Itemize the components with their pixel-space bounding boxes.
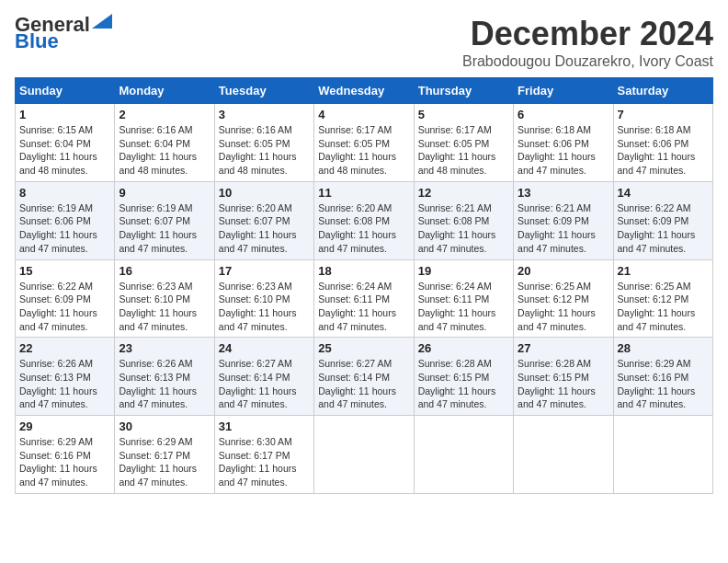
calendar-cell: 26Sunrise: 6:28 AMSunset: 6:15 PMDayligh… — [414, 338, 513, 416]
page-header: General Blue December 2024 Brabodougou D… — [15, 15, 713, 70]
day-number: 7 — [618, 108, 709, 121]
day-info: Sunrise: 6:25 AMSunset: 6:12 PMDaylight:… — [518, 280, 609, 334]
calendar-cell: 15Sunrise: 6:22 AMSunset: 6:09 PMDayligh… — [16, 259, 115, 338]
calendar-cell: 17Sunrise: 6:23 AMSunset: 6:10 PMDayligh… — [214, 259, 313, 338]
day-info: Sunrise: 6:28 AMSunset: 6:15 PMDaylight:… — [518, 357, 609, 411]
day-info: Sunrise: 6:29 AMSunset: 6:16 PMDaylight:… — [618, 357, 709, 411]
calendar-cell — [414, 416, 513, 494]
day-info: Sunrise: 6:27 AMSunset: 6:14 PMDaylight:… — [219, 357, 310, 411]
weekday-header-row: SundayMondayTuesdayWednesdayThursdayFrid… — [16, 78, 713, 104]
day-number: 6 — [518, 108, 609, 121]
day-number: 27 — [518, 341, 609, 355]
day-number: 19 — [418, 264, 509, 278]
day-number: 24 — [219, 341, 310, 355]
day-number: 28 — [618, 341, 709, 355]
day-number: 30 — [119, 419, 210, 433]
calendar-cell: 4Sunrise: 6:17 AMSunset: 6:05 PMDaylight… — [314, 104, 414, 182]
day-number: 12 — [418, 186, 509, 200]
title-area: December 2024 Brabodougou Douzarekro, Iv… — [462, 15, 713, 70]
weekday-header-tuesday: Tuesday — [214, 78, 313, 104]
calendar-cell: 24Sunrise: 6:27 AMSunset: 6:14 PMDayligh… — [214, 338, 313, 416]
weekday-header-thursday: Thursday — [414, 78, 513, 104]
month-title: December 2024 — [462, 15, 713, 53]
calendar-cell: 13Sunrise: 6:21 AMSunset: 6:09 PMDayligh… — [514, 181, 613, 259]
calendar-week-4: 22Sunrise: 6:26 AMSunset: 6:13 PMDayligh… — [16, 338, 713, 416]
svg-marker-0 — [92, 14, 112, 29]
day-info: Sunrise: 6:20 AMSunset: 6:08 PMDaylight:… — [318, 201, 409, 256]
calendar-cell: 30Sunrise: 6:29 AMSunset: 6:17 PMDayligh… — [115, 416, 214, 494]
day-info: Sunrise: 6:24 AMSunset: 6:11 PMDaylight:… — [318, 280, 409, 334]
calendar-cell: 28Sunrise: 6:29 AMSunset: 6:16 PMDayligh… — [613, 338, 712, 416]
day-info: Sunrise: 6:22 AMSunset: 6:09 PMDaylight:… — [19, 280, 110, 334]
logo: General Blue — [15, 15, 112, 52]
calendar-cell: 12Sunrise: 6:21 AMSunset: 6:08 PMDayligh… — [414, 181, 513, 259]
calendar-week-1: 1Sunrise: 6:15 AMSunset: 6:04 PMDaylight… — [16, 104, 713, 182]
day-info: Sunrise: 6:23 AMSunset: 6:10 PMDaylight:… — [119, 280, 210, 334]
day-number: 2 — [119, 108, 210, 121]
day-info: Sunrise: 6:29 AMSunset: 6:17 PMDaylight:… — [119, 435, 210, 489]
day-info: Sunrise: 6:30 AMSunset: 6:17 PMDaylight:… — [219, 435, 310, 489]
weekday-header-friday: Friday — [514, 78, 613, 104]
weekday-header-sunday: Sunday — [16, 78, 115, 104]
day-info: Sunrise: 6:17 AMSunset: 6:05 PMDaylight:… — [318, 123, 409, 178]
day-info: Sunrise: 6:16 AMSunset: 6:04 PMDaylight:… — [119, 123, 210, 178]
calendar-cell: 29Sunrise: 6:29 AMSunset: 6:16 PMDayligh… — [16, 416, 115, 494]
day-info: Sunrise: 6:26 AMSunset: 6:13 PMDaylight:… — [119, 357, 210, 411]
calendar-cell: 6Sunrise: 6:18 AMSunset: 6:06 PMDaylight… — [514, 104, 613, 182]
calendar-cell: 5Sunrise: 6:17 AMSunset: 6:05 PMDaylight… — [414, 104, 513, 182]
logo-blue: Blue — [15, 31, 59, 52]
day-number: 5 — [418, 108, 509, 121]
calendar-cell: 19Sunrise: 6:24 AMSunset: 6:11 PMDayligh… — [414, 259, 513, 338]
calendar-week-3: 15Sunrise: 6:22 AMSunset: 6:09 PMDayligh… — [16, 259, 713, 338]
calendar-cell: 10Sunrise: 6:20 AMSunset: 6:07 PMDayligh… — [214, 181, 313, 259]
calendar-cell: 3Sunrise: 6:16 AMSunset: 6:05 PMDaylight… — [214, 104, 313, 182]
day-info: Sunrise: 6:15 AMSunset: 6:04 PMDaylight:… — [19, 123, 110, 178]
day-number: 11 — [318, 186, 409, 200]
weekday-header-wednesday: Wednesday — [314, 78, 414, 104]
calendar-cell: 11Sunrise: 6:20 AMSunset: 6:08 PMDayligh… — [314, 181, 414, 259]
day-number: 17 — [219, 264, 310, 278]
day-info: Sunrise: 6:17 AMSunset: 6:05 PMDaylight:… — [418, 123, 509, 178]
weekday-header-monday: Monday — [115, 78, 214, 104]
calendar-cell: 27Sunrise: 6:28 AMSunset: 6:15 PMDayligh… — [514, 338, 613, 416]
day-info: Sunrise: 6:18 AMSunset: 6:06 PMDaylight:… — [518, 123, 609, 178]
location-title: Brabodougou Douzarekro, Ivory Coast — [462, 53, 713, 70]
day-info: Sunrise: 6:24 AMSunset: 6:11 PMDaylight:… — [418, 280, 509, 334]
day-number: 10 — [219, 186, 310, 200]
calendar-cell: 23Sunrise: 6:26 AMSunset: 6:13 PMDayligh… — [115, 338, 214, 416]
calendar-cell: 8Sunrise: 6:19 AMSunset: 6:06 PMDaylight… — [16, 181, 115, 259]
day-number: 29 — [19, 419, 110, 433]
day-number: 16 — [119, 264, 210, 278]
calendar-cell: 16Sunrise: 6:23 AMSunset: 6:10 PMDayligh… — [115, 259, 214, 338]
calendar-table: SundayMondayTuesdayWednesdayThursdayFrid… — [15, 77, 713, 494]
day-number: 21 — [618, 264, 709, 278]
calendar-cell: 18Sunrise: 6:24 AMSunset: 6:11 PMDayligh… — [314, 259, 414, 338]
day-info: Sunrise: 6:21 AMSunset: 6:08 PMDaylight:… — [418, 201, 509, 256]
calendar-cell — [514, 416, 613, 494]
day-info: Sunrise: 6:29 AMSunset: 6:16 PMDaylight:… — [19, 435, 110, 489]
calendar-cell: 22Sunrise: 6:26 AMSunset: 6:13 PMDayligh… — [16, 338, 115, 416]
day-number: 20 — [518, 264, 609, 278]
day-info: Sunrise: 6:18 AMSunset: 6:06 PMDaylight:… — [618, 123, 709, 178]
calendar-cell — [613, 416, 712, 494]
day-number: 8 — [19, 186, 110, 200]
day-number: 26 — [418, 341, 509, 355]
day-number: 25 — [318, 341, 409, 355]
day-info: Sunrise: 6:27 AMSunset: 6:14 PMDaylight:… — [318, 357, 409, 411]
day-info: Sunrise: 6:25 AMSunset: 6:12 PMDaylight:… — [618, 280, 709, 334]
calendar-cell: 31Sunrise: 6:30 AMSunset: 6:17 PMDayligh… — [214, 416, 313, 494]
day-info: Sunrise: 6:23 AMSunset: 6:10 PMDaylight:… — [219, 280, 310, 334]
day-info: Sunrise: 6:22 AMSunset: 6:09 PMDaylight:… — [618, 201, 709, 256]
day-number: 1 — [19, 108, 110, 121]
calendar-cell — [314, 416, 414, 494]
day-number: 31 — [219, 419, 310, 433]
day-number: 14 — [618, 186, 709, 200]
calendar-cell: 7Sunrise: 6:18 AMSunset: 6:06 PMDaylight… — [613, 104, 712, 182]
day-number: 13 — [518, 186, 609, 200]
calendar-cell: 21Sunrise: 6:25 AMSunset: 6:12 PMDayligh… — [613, 259, 712, 338]
day-number: 9 — [119, 186, 210, 200]
day-number: 23 — [119, 341, 210, 355]
day-number: 3 — [219, 108, 310, 121]
calendar-cell: 20Sunrise: 6:25 AMSunset: 6:12 PMDayligh… — [514, 259, 613, 338]
day-info: Sunrise: 6:26 AMSunset: 6:13 PMDaylight:… — [19, 357, 110, 411]
